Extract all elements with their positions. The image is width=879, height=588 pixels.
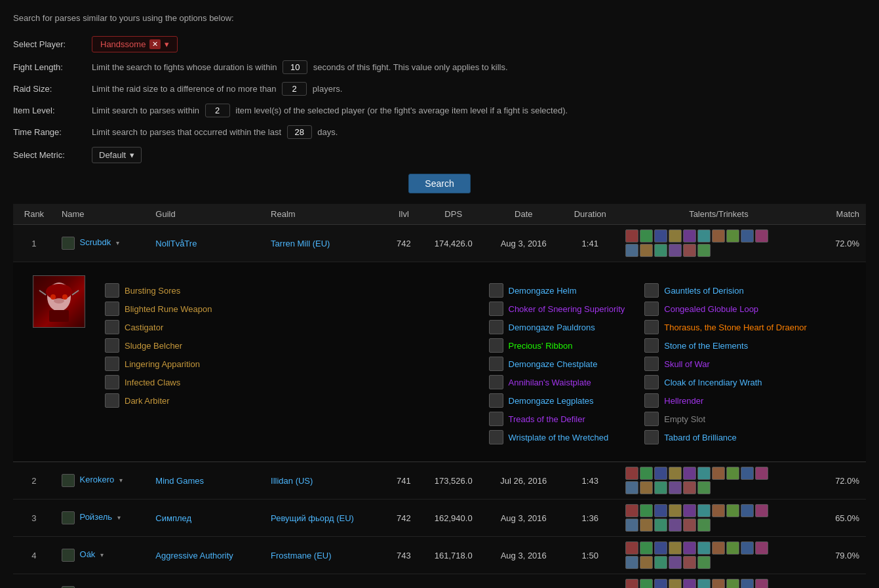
search-button[interactable]: Search xyxy=(408,174,470,193)
gear-item: Gauntlets of Derision xyxy=(644,283,807,298)
fight-length-label: Fight Length: xyxy=(13,62,92,72)
gear-icon xyxy=(489,357,503,371)
table-row[interactable]: 4 Oák ▾ Aggressive Authority Frostmane (… xyxy=(13,537,866,574)
gear-link[interactable]: Demongaze Legplates xyxy=(509,396,594,406)
realm-link[interactable]: Illidan (US) xyxy=(271,476,313,486)
gear-icon xyxy=(644,283,659,298)
class-icon xyxy=(62,474,75,487)
table-row[interactable]: 3 Ройзель ▾ Симплед Ревущий фьорд (EU) 7… xyxy=(13,500,866,537)
gear-link[interactable]: Treads of the Defiler xyxy=(509,414,585,424)
gear-link[interactable]: Demongaze Pauldrons xyxy=(509,323,595,332)
realm-cell[interactable]: Tarren Mill (EU) xyxy=(264,225,386,262)
table-row[interactable]: 1 Scrubdk ▾ NollTvåTre Tarren Mill (EU) … xyxy=(13,225,866,262)
talent-link[interactable]: Infected Claws xyxy=(125,378,180,387)
guild-link[interactable]: Aggressive Authority xyxy=(155,551,233,560)
gear-link[interactable]: Congealed Globule Loop xyxy=(664,304,758,314)
talent-link[interactable]: Dark Arbiter xyxy=(125,396,170,406)
gear-item: Treads of the Defiler xyxy=(489,412,625,426)
gear-link[interactable]: Demongaze Chestplate xyxy=(509,359,598,369)
player-name-link[interactable]: Scrubdk xyxy=(80,237,111,247)
name-cell[interactable]: Ройзель ▾ xyxy=(55,500,149,537)
realm-cell[interactable]: Sargeras (US) xyxy=(264,574,386,589)
gear-link[interactable]: Gauntlets of Derision xyxy=(664,286,743,296)
raid-size-input[interactable] xyxy=(282,82,307,96)
gear-icon xyxy=(644,320,659,334)
realm-cell[interactable]: Illidan (US) xyxy=(264,462,386,500)
player-name-link[interactable]: Kerokero xyxy=(80,475,115,484)
metric-row: Select Metric: Default ▾ xyxy=(13,147,866,163)
gear-link[interactable]: Stone of the Elements xyxy=(664,341,748,351)
item-level-input[interactable] xyxy=(205,104,230,117)
gear-item: Hellrender xyxy=(644,393,807,408)
guild-cell[interactable]: Симплед xyxy=(149,500,264,537)
guild-cell[interactable]: Aggressive Authority xyxy=(149,537,264,574)
gear-link[interactable]: Cloak of Incendiary Wrath xyxy=(664,378,762,387)
name-cell[interactable]: Kerokero ▾ xyxy=(55,462,149,500)
time-range-row: Time Range: Limit search to parses that … xyxy=(13,125,866,139)
gear-icon xyxy=(644,357,659,371)
expand-arrow[interactable]: ▾ xyxy=(117,514,121,521)
gear-icon xyxy=(489,393,503,408)
talent-link[interactable]: Blighted Rune Weapon xyxy=(125,304,212,314)
table-row[interactable]: 2 Kerokero ▾ Mind Games Illidan (US) 741… xyxy=(13,462,866,500)
date-cell: Aug 3, 2016 xyxy=(486,537,561,574)
metric-select-button[interactable]: Default ▾ xyxy=(92,147,142,163)
guild-link[interactable]: Симплед xyxy=(155,513,191,523)
gear-icon xyxy=(489,430,503,444)
gear-icon xyxy=(644,302,659,316)
gear-link[interactable]: Thorasus, the Stone Heart of Draenor xyxy=(664,323,807,332)
gear-link[interactable]: Tabard of Brilliance xyxy=(664,433,737,442)
svg-point-3 xyxy=(62,294,68,300)
time-range-input[interactable] xyxy=(287,125,312,139)
expand-arrow[interactable]: ▾ xyxy=(116,239,119,246)
talent-link[interactable]: Castigator xyxy=(125,323,163,332)
match-cell: 65.0% xyxy=(819,500,866,537)
col-name: Name xyxy=(55,204,149,225)
rank-cell: 4 xyxy=(13,537,55,574)
gear-link[interactable]: Skull of War xyxy=(664,359,710,369)
match-cell: 72.0% xyxy=(819,462,866,500)
guild-cell[interactable]: Midwinter xyxy=(149,574,264,589)
realm-link[interactable]: Tarren Mill (EU) xyxy=(271,239,330,248)
realm-link[interactable]: Frostmane (EU) xyxy=(271,551,331,560)
gear-link[interactable]: Precious' Ribbon xyxy=(509,341,573,351)
avatar-svg xyxy=(36,279,82,324)
talent-item: Lingering Apparition xyxy=(105,357,469,371)
gear-icon xyxy=(644,412,659,426)
fight-length-input[interactable] xyxy=(283,60,307,74)
name-cell[interactable]: Miniaug ▾ xyxy=(55,574,149,589)
guild-link[interactable]: Mind Games xyxy=(155,476,204,486)
player-label: Select Player: xyxy=(13,39,92,49)
gear-link[interactable]: Empty Slot xyxy=(664,414,705,424)
guild-link[interactable]: NollTvåTre xyxy=(155,239,197,248)
date-cell: Aug 3, 2016 xyxy=(486,500,561,537)
gear-link[interactable]: Annihilan's Waistplate xyxy=(509,378,591,387)
expand-arrow[interactable]: ▾ xyxy=(100,551,104,559)
realm-link[interactable]: Ревущий фьорд (EU) xyxy=(271,513,354,523)
table-row[interactable]: 5 Miniaug ▾ Midwinter Sargeras (US) 744 … xyxy=(13,574,866,589)
class-icon xyxy=(62,549,75,562)
name-cell[interactable]: Scrubdk ▾ xyxy=(55,225,149,262)
realm-cell[interactable]: Ревущий фьорд (EU) xyxy=(264,500,386,537)
player-x-badge[interactable]: ✕ xyxy=(149,39,161,49)
gear-link[interactable]: Choker of Sneering Superiority xyxy=(509,304,625,314)
gear-link[interactable]: Wristplate of the Wretched xyxy=(509,433,609,442)
player-select-button[interactable]: Handssome ✕ ▾ xyxy=(92,36,178,52)
guild-cell[interactable]: Mind Games xyxy=(149,462,264,500)
guild-cell[interactable]: NollTvåTre xyxy=(149,225,264,262)
player-dropdown-arrow: ▾ xyxy=(165,39,169,49)
player-name-link[interactable]: Oák xyxy=(80,549,96,559)
talent-link[interactable]: Lingering Apparition xyxy=(125,359,200,369)
realm-cell[interactable]: Frostmane (EU) xyxy=(264,537,386,574)
gear-link[interactable]: Hellrender xyxy=(664,396,703,406)
player-name-link[interactable]: Ройзель xyxy=(80,512,113,522)
talent-icon xyxy=(105,302,119,316)
name-cell[interactable]: Oák ▾ xyxy=(55,537,149,574)
gear-item: Choker of Sneering Superiority xyxy=(489,302,625,316)
expand-arrow[interactable]: ▾ xyxy=(119,477,123,484)
talent-link[interactable]: Bursting Sores xyxy=(125,286,180,296)
date-cell: Aug 3, 2016 xyxy=(486,225,561,262)
talent-icon xyxy=(105,393,119,408)
talent-link[interactable]: Sludge Belcher xyxy=(125,341,182,351)
gear-link[interactable]: Demongaze Helm xyxy=(509,286,577,296)
